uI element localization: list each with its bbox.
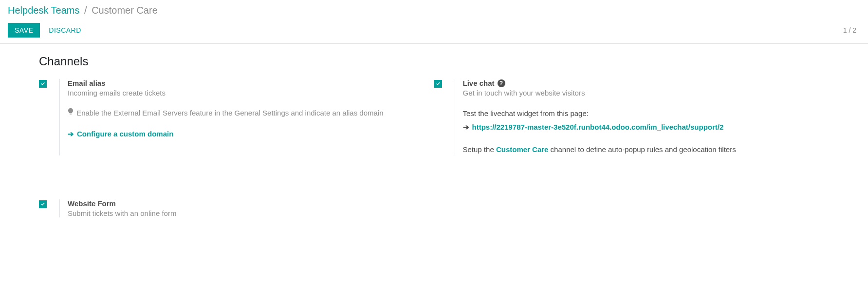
- settings-grid: Email alias Incoming emails create ticke…: [39, 79, 829, 217]
- live-chat-test-label: Test the livechat widget from this page:…: [463, 108, 820, 133]
- save-button[interactable]: SAVE: [8, 23, 40, 38]
- breadcrumb-parent-link[interactable]: Helpdesk Teams: [8, 5, 79, 16]
- check-icon: [435, 81, 441, 87]
- check-icon: [40, 201, 46, 207]
- arrow-right-icon: ➔: [68, 130, 74, 138]
- live-chat-setup-text: Setup the Customer Care channel to defin…: [463, 144, 820, 155]
- action-bar: SAVE DISCARD 1 / 2: [0, 18, 868, 44]
- lightbulb-icon: [68, 108, 74, 119]
- setting-website-form: Website Form Submit tickets with an onli…: [39, 199, 434, 217]
- live-chat-checkbox[interactable]: [434, 80, 442, 88]
- section-title-channels: Channels: [39, 55, 829, 68]
- website-form-checkbox[interactable]: [39, 200, 47, 208]
- configure-domain-link[interactable]: ➔ Configure a custom domain: [68, 130, 173, 138]
- setting-live-chat: Live chat ? Get in touch with your websi…: [434, 79, 830, 155]
- email-alias-checkbox[interactable]: [39, 80, 47, 88]
- breadcrumb: Helpdesk Teams / Customer Care: [0, 0, 868, 18]
- help-icon[interactable]: ?: [498, 79, 505, 87]
- email-alias-title: Email alias: [68, 79, 425, 87]
- website-form-title: Website Form: [68, 199, 425, 208]
- pager[interactable]: 1 / 2: [843, 26, 860, 34]
- website-form-description: Submit tickets with an online form: [68, 209, 425, 217]
- live-chat-url-link[interactable]: https://2219787-master-3e520f.runbot44.o…: [472, 121, 724, 133]
- check-icon: [40, 81, 46, 87]
- breadcrumb-current: Customer Care: [92, 5, 158, 16]
- live-chat-title: Live chat ?: [463, 79, 820, 87]
- arrow-right-icon: ➔: [463, 121, 469, 133]
- customer-care-channel-link[interactable]: Customer Care: [496, 145, 549, 154]
- live-chat-description: Get in touch with your website visitors: [463, 89, 820, 97]
- discard-button[interactable]: DISCARD: [49, 26, 81, 34]
- email-alias-hint: Enable the External Email Servers featur…: [68, 108, 425, 119]
- breadcrumb-separator: /: [84, 5, 87, 16]
- setting-email-alias: Email alias Incoming emails create ticke…: [39, 79, 434, 155]
- content-area: Channels Email alias Incoming emails cre…: [0, 44, 868, 237]
- email-alias-description: Incoming emails create tickets: [68, 89, 425, 97]
